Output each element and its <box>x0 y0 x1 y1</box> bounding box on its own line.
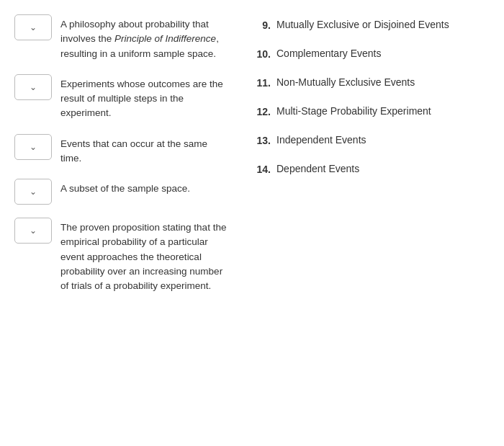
item-text-5: The proven proposition stating that the … <box>60 218 230 293</box>
item-text-4: A subset of the sample space. <box>60 179 230 196</box>
dropdown-selector-4[interactable]: ⌄ <box>14 179 52 205</box>
item-label: Mutually Exclusive or Disjoined Events <box>276 17 449 32</box>
chevron-down-icon: ⌄ <box>30 187 37 197</box>
dropdown-selector-2[interactable]: ⌄ <box>14 74 52 100</box>
right-column: 9. Mutually Exclusive or Disjoined Event… <box>252 14 490 293</box>
item-number: 11. <box>252 75 271 91</box>
dropdown-selector-3[interactable]: ⌄ <box>14 134 52 160</box>
dropdown-selector-5[interactable]: ⌄ <box>14 218 52 244</box>
list-item: 14. Dependent Events <box>252 161 490 177</box>
chevron-down-icon: ⌄ <box>30 82 37 92</box>
item-text-3: Events that can occur at the same time. <box>60 134 230 166</box>
left-column: ⌄ A philosophy about probability that in… <box>14 14 230 293</box>
item-number: 9. <box>252 17 271 33</box>
list-item: 11. Non-Mutually Exclusive Events <box>252 75 490 91</box>
list-item: 13. Independent Events <box>252 133 490 148</box>
list-item: ⌄ The proven proposition stating that th… <box>14 218 230 293</box>
dropdown-selector-1[interactable]: ⌄ <box>14 14 52 40</box>
item-label: Multi-Stage Probability Experiment <box>276 104 431 119</box>
list-item: ⌄ Events that can occur at the same time… <box>14 134 230 166</box>
list-item: ⌄ Experiments whose outcomes are the res… <box>14 74 230 121</box>
item-number: 10. <box>252 46 271 62</box>
list-item: ⌄ A philosophy about probability that in… <box>14 14 230 61</box>
list-item: ⌄ A subset of the sample space. <box>14 179 230 205</box>
item-text-1: A philosophy about probability that invo… <box>60 14 230 61</box>
chevron-down-icon: ⌄ <box>30 142 37 152</box>
item-label: Independent Events <box>276 133 366 148</box>
item-number: 14. <box>252 161 271 177</box>
list-item: 10. Complementary Events <box>252 46 490 62</box>
item-label: Non-Mutually Exclusive Events <box>276 75 415 90</box>
item-number: 12. <box>252 104 271 120</box>
item-label: Dependent Events <box>276 161 359 177</box>
list-item: 9. Mutually Exclusive or Disjoined Event… <box>252 17 490 33</box>
list-item: 12. Multi-Stage Probability Experiment <box>252 104 490 120</box>
item-number: 13. <box>252 133 271 148</box>
chevron-down-icon: ⌄ <box>30 22 37 32</box>
item-text-2: Experiments whose outcomes are the resul… <box>60 74 230 121</box>
item-label: Complementary Events <box>276 46 382 61</box>
main-layout: ⌄ A philosophy about probability that in… <box>14 14 490 293</box>
chevron-down-icon: ⌄ <box>30 226 37 236</box>
